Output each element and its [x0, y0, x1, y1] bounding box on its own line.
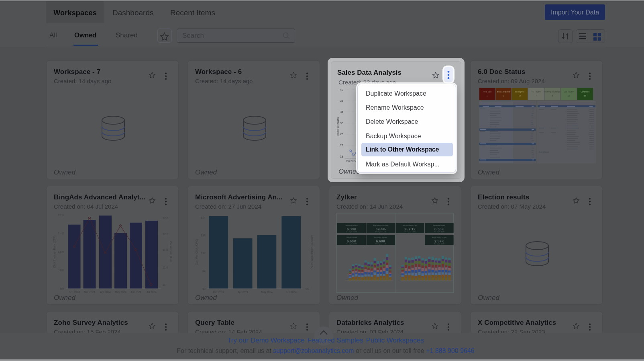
svg-text:This Cycle: 1.19K: This Cycle: 1.19K: [375, 243, 387, 245]
svg-text:Conversion Rate: Conversion Rate: [169, 241, 172, 262]
svg-text:257.12: 257.12: [404, 227, 416, 231]
svg-text:May 2024: May 2024: [115, 291, 126, 294]
svg-text:Segment Volume: Segment Volume: [345, 224, 358, 226]
svg-text:12.2: 12.2: [163, 233, 168, 236]
svg-text:38: 38: [340, 99, 343, 103]
svg-text:Yet to Start: Yet to Start: [483, 91, 492, 93]
svg-text:Beta Completed: Beta Completed: [497, 91, 510, 93]
svg-text:This Cycle: 1.19K: This Cycle: 1.19K: [375, 231, 387, 233]
svg-text:Mar 2024: Mar 2024: [213, 291, 224, 293]
svg-text:2.57K: 2.57K: [434, 239, 444, 243]
svg-text:6.38K: 6.38K: [346, 227, 357, 231]
svg-text:22: 22: [340, 144, 343, 147]
svg-text:Jun 2024: Jun 2024: [286, 291, 297, 293]
svg-text:3.2%: 3.2%: [58, 214, 64, 217]
svg-text:0%: 0%: [60, 287, 64, 290]
svg-text:200: 200: [342, 271, 344, 272]
svg-text:6.38K: 6.38K: [434, 227, 444, 231]
svg-text:12: 12: [568, 94, 570, 97]
svg-text:7: 7: [536, 94, 537, 97]
svg-text:Jul 2024: Jul 2024: [147, 291, 157, 293]
svg-text:6.60K: 6.60K: [376, 239, 386, 243]
svg-text:18: 18: [340, 155, 343, 158]
svg-text:69.4%: 69.4%: [376, 227, 386, 231]
svg-text:Click Through Rate (CTR): Click Through Rate (CTR): [53, 236, 56, 268]
svg-text:26: 26: [340, 132, 343, 136]
svg-text:1.6%: 1.6%: [58, 250, 64, 253]
svg-text:0K: 0K: [306, 287, 309, 290]
svg-text:Avg Resolution Time: Avg Resolution Time: [403, 224, 418, 226]
svg-text:This Cycle: 1.19K: This Cycle: 1.19K: [346, 243, 357, 245]
svg-text:Response Volume: Response Volume: [374, 236, 387, 238]
svg-text:Single Touch Tickets: Single Touch Tickets: [432, 236, 446, 238]
svg-text:Total Purchases: Total Purchases: [336, 117, 339, 136]
svg-text:11.4: 11.4: [163, 266, 168, 269]
svg-text:$6: $6: [202, 269, 206, 272]
svg-text:2.4%: 2.4%: [58, 232, 64, 235]
svg-text:This Cycle: 1.19K: This Cycle: 1.19K: [434, 243, 445, 245]
svg-text:Jan 2022: Jan 2022: [346, 160, 357, 162]
svg-text:This Cycle: 1.19K: This Cycle: 1.19K: [404, 231, 416, 233]
svg-text:450K: 450K: [396, 263, 400, 264]
svg-text:11.8: 11.8: [163, 248, 168, 251]
svg-text:12.6: 12.6: [163, 217, 168, 219]
svg-text:In Progress: In Progress: [515, 91, 525, 93]
svg-text:This Cycle: 1.19K: This Cycle: 1.19K: [346, 231, 357, 233]
svg-text:Tickets Created: Tickets Created: [346, 236, 357, 238]
svg-text:6.60K: 6.60K: [346, 239, 357, 243]
svg-text:Apr 2024: Apr 2024: [238, 291, 249, 294]
svg-text:Mar 2024: Mar 2024: [84, 291, 95, 293]
svg-text:Apr 2024: Apr 2024: [100, 291, 111, 294]
svg-text:Resolved Tickets: Resolved Tickets: [433, 224, 445, 226]
svg-text:$18: $18: [201, 234, 206, 237]
svg-text:This Cycle: 1.19K: This Cycle: 1.19K: [434, 231, 445, 233]
svg-text:PM Review: PM Review: [532, 91, 541, 93]
svg-text:700K: 700K: [396, 254, 400, 255]
svg-text:0.8%: 0.8%: [58, 269, 64, 272]
svg-text:1: 1: [487, 94, 488, 97]
svg-text:34: 34: [340, 110, 343, 114]
svg-text:Avg Satisfaction Rate: Avg Satisfaction Rate: [373, 224, 389, 226]
svg-text:11: 11: [163, 283, 165, 286]
svg-text:Working on Change: Working on Change: [544, 91, 560, 93]
svg-text:250K: 250K: [396, 271, 400, 273]
svg-text:Jun 2024: Jun 2024: [130, 291, 141, 293]
svg-text:0K: 0K: [398, 279, 400, 281]
svg-text:42: 42: [340, 88, 343, 92]
svg-text:Feb 2024: Feb 2024: [69, 291, 80, 293]
svg-text:May 2024: May 2024: [261, 291, 273, 294]
svg-text:56: 56: [584, 94, 586, 97]
svg-text:Doc Review: Doc Review: [564, 91, 574, 93]
svg-text:30: 30: [340, 121, 343, 125]
svg-text:$24: $24: [201, 216, 206, 219]
svg-text:9: 9: [552, 94, 553, 97]
svg-text:0: 0: [503, 94, 504, 97]
svg-text:400: 400: [342, 262, 344, 263]
svg-text:14: 14: [518, 94, 521, 97]
svg-text:Grand Count: Grand Count: [539, 151, 550, 153]
svg-text:Cost Per Conversion (CPC): Cost Per Conversion (CPC): [310, 235, 314, 269]
svg-text:Completed: Completed: [581, 91, 589, 93]
svg-text:Cost Per Click (CPC): Cost Per Click (CPC): [195, 239, 198, 265]
svg-text:0: 0: [344, 279, 344, 281]
svg-text:$12: $12: [201, 252, 206, 254]
svg-text:$0: $0: [202, 287, 206, 290]
svg-text:600: 600: [342, 253, 344, 254]
